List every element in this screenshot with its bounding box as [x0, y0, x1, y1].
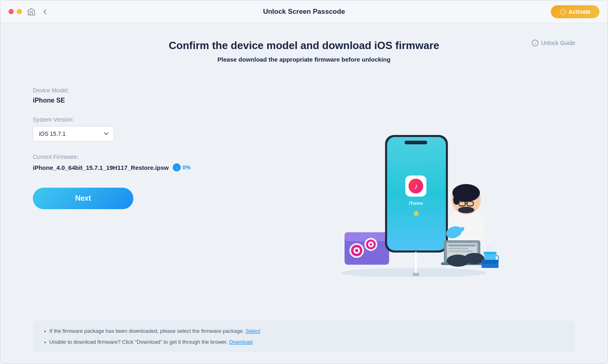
svg-point-8	[355, 249, 358, 252]
svg-rect-45	[482, 260, 499, 264]
svg-rect-15	[405, 141, 427, 144]
firmware-name: iPhone_4.0_64bit_15.7.1_19H117_Restore.i…	[33, 163, 235, 171]
page-title: Confirm the device model and download iO…	[33, 39, 575, 52]
page-subtitle: Please download the appropriate firmware…	[33, 56, 575, 63]
firmware-group: Current Firmware: iPhone_4.0_64bit_15.7.…	[33, 154, 235, 171]
svg-rect-38	[448, 248, 469, 249]
info-item-2: ● Unable to download firmware? Click "Do…	[44, 339, 564, 345]
left-panel: Device Model: iPhone SE System Version: …	[33, 79, 235, 313]
svg-rect-44	[484, 252, 497, 255]
illustration: ♪ iTunes ⭐	[320, 115, 507, 277]
svg-point-12	[370, 243, 372, 246]
svg-rect-37	[448, 244, 476, 246]
bullet-1: ●	[44, 330, 46, 333]
device-model-group: Device Model: iPhone SE	[33, 87, 235, 104]
right-panel: ♪ iTunes ⭐	[252, 79, 575, 313]
main-content: Unlock Guide Confirm the device model an…	[0, 23, 608, 364]
close-button[interactable]	[9, 9, 14, 14]
svg-point-42	[464, 253, 484, 264]
svg-text:♪: ♪	[414, 182, 418, 191]
system-version-group: System Version: iOS 15.7.1 iOS 15.7.0 iO…	[33, 116, 235, 141]
info-item-1: ● If the firmware package has been downl…	[44, 328, 564, 334]
svg-rect-22	[415, 252, 417, 274]
titlebar-left	[9, 7, 49, 16]
home-button[interactable]	[27, 7, 36, 16]
minimize-button[interactable]	[17, 9, 22, 14]
svg-rect-39	[448, 251, 473, 252]
bullet-2: ●	[44, 340, 46, 344]
svg-rect-46	[482, 264, 499, 268]
titlebar-title: Unlock Screen Passcode	[263, 8, 345, 16]
svg-rect-23	[413, 273, 419, 276]
download-icon: ↓	[173, 163, 181, 171]
content-area: Device Model: iPhone SE System Version: …	[33, 79, 575, 313]
device-model-label: Device Model:	[33, 87, 235, 94]
firmware-label: Current Firmware:	[33, 154, 235, 160]
bottom-info-box: ● If the firmware package has been downl…	[33, 321, 575, 352]
download-link[interactable]: Download	[229, 339, 253, 345]
info-text-1: If the firmware package has been downloa…	[49, 328, 260, 334]
select-link[interactable]: Select	[246, 328, 260, 334]
system-version-label: System Version:	[33, 116, 235, 123]
svg-text:iTunes: iTunes	[409, 201, 423, 206]
svg-text:⭐: ⭐	[413, 210, 420, 217]
svg-point-32	[458, 207, 474, 213]
download-progress: ↓ 0%	[173, 163, 191, 171]
next-button[interactable]: Next	[33, 188, 133, 209]
info-text-2: Unable to download firmware? Click "Down…	[49, 339, 253, 345]
page-header: Confirm the device model and download iO…	[33, 39, 575, 63]
titlebar: Unlock Screen Passcode Activate	[0, 0, 608, 23]
back-button[interactable]	[41, 7, 49, 16]
device-model-value: iPhone SE	[33, 97, 235, 104]
version-dropdown[interactable]: iOS 15.7.1 iOS 15.7.0 iOS 15.6.1 iOS 15.…	[33, 126, 114, 141]
activate-button[interactable]: Activate	[551, 5, 599, 18]
traffic-lights	[9, 9, 22, 14]
unlock-guide-button[interactable]: Unlock Guide	[531, 39, 575, 47]
